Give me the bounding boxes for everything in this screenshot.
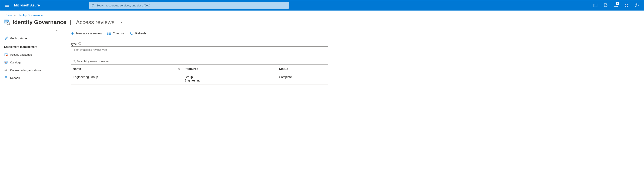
catalog-icon	[4, 60, 8, 64]
title-more-button[interactable]: ⋯	[121, 20, 125, 25]
column-header-resource[interactable]: Resource	[184, 67, 279, 71]
cell-status: Complete	[279, 75, 328, 79]
resource-type: Group	[184, 75, 279, 79]
sidebar-collapse-button[interactable]: «	[56, 28, 58, 32]
page-subtitle: Access reviews	[76, 19, 114, 26]
svg-rect-2	[5, 7, 9, 7]
refresh-button[interactable]: Refresh	[130, 31, 146, 35]
toolbar-label: Refresh	[135, 32, 146, 35]
plus-icon	[71, 31, 74, 35]
refresh-icon	[130, 31, 134, 35]
svg-point-19	[6, 55, 8, 56]
new-access-review-button[interactable]: New access review	[71, 31, 102, 35]
hamburger-icon	[5, 4, 9, 7]
reports-icon	[4, 76, 8, 80]
table-row[interactable]: Engineering Group Group Engineering Comp…	[71, 73, 328, 84]
cloud-shell-button[interactable]	[591, 0, 600, 11]
svg-line-16	[9, 24, 10, 25]
search-by-name-input[interactable]	[77, 60, 326, 63]
svg-point-40	[73, 60, 75, 62]
toolbar: New access review Columns Refresh	[71, 30, 640, 38]
type-label: Type	[71, 42, 77, 46]
svg-rect-5	[594, 4, 598, 7]
breadcrumb-home[interactable]: Home	[4, 14, 12, 17]
access-reviews-table: Name ↑↓ Resource Status Engineering Grou…	[71, 65, 328, 84]
cell-resource: Group Engineering	[184, 75, 279, 82]
page-title-row: Identity Governance | Access reviews ⋯	[0, 18, 644, 28]
svg-point-21	[5, 62, 6, 63]
sidebar-item-access-packages[interactable]: Access packages	[3, 51, 60, 59]
svg-point-3	[92, 4, 94, 6]
sidebar-section-entitlement: Entitlement management	[4, 45, 58, 50]
gear-icon	[624, 4, 628, 8]
settings-button[interactable]	[622, 0, 631, 11]
resource-name: Engineering	[184, 79, 279, 82]
sidebar-item-label: Access packages	[10, 53, 32, 56]
package-icon	[4, 53, 8, 57]
people-icon	[4, 68, 8, 72]
svg-point-10	[636, 6, 637, 7]
svg-rect-0	[5, 4, 9, 4]
page-title: Identity Governance	[13, 19, 66, 26]
breadcrumb: Home > Identity Governance	[0, 11, 644, 18]
notification-badge: 7	[616, 2, 619, 5]
sidebar-item-getting-started[interactable]: Getting started	[3, 34, 60, 42]
title-divider: |	[70, 19, 71, 26]
search-icon	[92, 4, 95, 7]
directory-filter-button[interactable]	[601, 0, 610, 11]
sidebar-item-catalogs[interactable]: Catalogs	[3, 59, 60, 66]
sidebar-item-label: Connected organizations	[10, 69, 41, 72]
rocket-icon	[4, 36, 8, 40]
svg-rect-20	[5, 61, 7, 63]
svg-line-41	[75, 62, 76, 63]
hamburger-menu[interactable]	[2, 4, 12, 7]
brand-logo[interactable]: Microsoft Azure	[14, 4, 40, 7]
breadcrumb-identity-governance[interactable]: Identity Governance	[18, 14, 43, 17]
svg-rect-25	[5, 77, 7, 79]
cloud-shell-icon	[594, 4, 598, 7]
column-header-name[interactable]: Name ↑↓	[71, 67, 184, 71]
table-header: Name ↑↓ Resource Status	[71, 65, 328, 73]
columns-icon	[107, 31, 111, 35]
sidebar-item-label: Reports	[10, 76, 20, 80]
filter-icon	[604, 4, 608, 7]
svg-rect-1	[5, 5, 9, 6]
sidebar-item-label: Getting started	[10, 37, 28, 40]
svg-point-23	[5, 69, 6, 70]
breadcrumb-separator: >	[14, 14, 16, 17]
columns-button[interactable]: Columns	[107, 31, 124, 35]
help-button[interactable]	[632, 0, 641, 11]
column-label: Name	[73, 67, 81, 71]
toolbar-label: Columns	[113, 32, 124, 35]
sidebar-item-reports[interactable]: Reports	[3, 74, 60, 82]
help-icon	[635, 4, 639, 7]
top-navbar: Microsoft Azure	[0, 0, 644, 11]
svg-point-24	[6, 69, 7, 70]
column-header-status[interactable]: Status	[279, 67, 328, 71]
cell-name: Engineering Group	[71, 75, 184, 79]
toolbar-label: New access review	[76, 32, 102, 35]
sort-icon[interactable]: ↑↓	[178, 67, 180, 70]
sidebar-item-label: Catalogs	[10, 61, 21, 64]
svg-point-8	[626, 5, 627, 6]
type-filter-input[interactable]	[71, 46, 328, 53]
search-icon	[72, 60, 76, 63]
svg-line-4	[94, 6, 94, 7]
svg-point-17	[6, 38, 7, 38]
global-search-input[interactable]	[96, 4, 286, 7]
search-by-name-row[interactable]	[71, 58, 328, 65]
global-search[interactable]	[89, 2, 289, 9]
sidebar: « Getting started Entitlement management…	[0, 28, 60, 171]
notifications-button[interactable]: 7	[612, 0, 620, 11]
sidebar-item-connected-orgs[interactable]: Connected organizations	[3, 66, 60, 74]
identity-governance-icon	[3, 19, 10, 26]
main-content: New access review Columns Refresh Type	[60, 28, 644, 171]
info-icon[interactable]	[78, 42, 81, 46]
